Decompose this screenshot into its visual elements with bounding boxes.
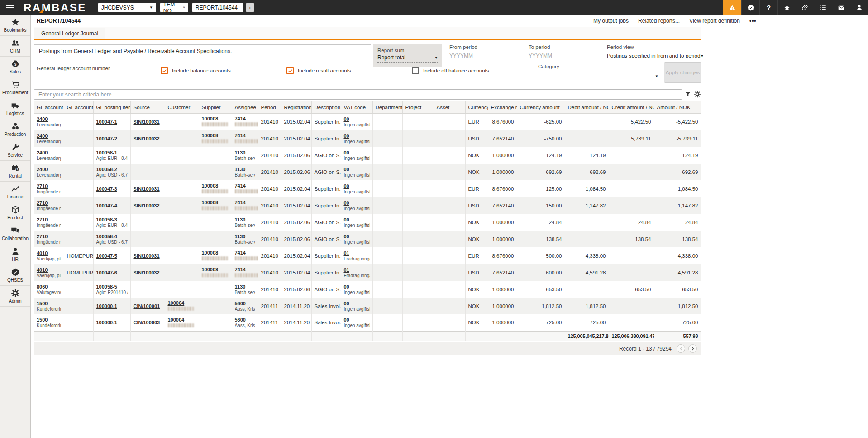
report-description-box[interactable]: Postings from General Ledger and Payable…: [34, 44, 371, 67]
column-header[interactable]: GL account d...: [64, 101, 93, 113]
table-row[interactable]: 2400Leverandørgjeld100047-1SIN/100031100…: [34, 113, 701, 130]
source-link[interactable]: CIN/100001: [134, 303, 160, 309]
gl-account-link[interactable]: 1500: [37, 301, 48, 306]
assignee-link[interactable]: 1130: [235, 150, 246, 155]
prev-page-button[interactable]: [677, 344, 685, 353]
header-link-view-report-definition[interactable]: View report definition: [689, 18, 740, 24]
gl-account-link[interactable]: 2400: [37, 133, 48, 139]
from-period-input[interactable]: YYYYMM: [449, 53, 520, 61]
locale-select[interactable]: TEM-NO˅: [160, 3, 188, 12]
gl-account-link[interactable]: 2400: [37, 167, 48, 172]
gl-posting-item-link[interactable]: 100058-3: [96, 217, 118, 222]
sidebar-item-product[interactable]: Product: [0, 202, 30, 223]
rambase-logo[interactable]: RAMBASE: [24, 1, 86, 14]
vat-code-link[interactable]: 00: [344, 167, 349, 172]
next-page-button[interactable]: [688, 344, 697, 353]
table-row[interactable]: 2400Leverandørgjeld100058-2Agio: USD - 6…: [34, 164, 701, 180]
gl-posting-item-link[interactable]: 100000-1: [96, 303, 118, 309]
apply-changes-button[interactable]: Apply changes: [664, 62, 701, 83]
gl-account-link[interactable]: 2710: [37, 234, 48, 239]
customer-link[interactable]: 100004: [168, 300, 185, 306]
sidebar-item-logistics[interactable]: Logistics: [0, 98, 30, 119]
supplier-link[interactable]: 100008: [202, 267, 219, 272]
gl-posting-item-link[interactable]: 100047-5: [96, 253, 118, 259]
task-list-icon[interactable]: [814, 0, 832, 15]
sidebar-item-service[interactable]: Service: [0, 140, 30, 161]
assignee-link[interactable]: 7414: [235, 250, 246, 255]
column-header[interactable]: Exchange ra...: [488, 101, 517, 113]
checkbox-include-balance-accounts[interactable]: Include balance accounts: [161, 67, 231, 74]
gl-account-number-input[interactable]: [37, 76, 153, 82]
table-row[interactable]: 2400Leverandørgjeld100047-2SIN/100032100…: [34, 130, 701, 147]
assignee-link[interactable]: 1130: [235, 234, 246, 239]
gl-account-link[interactable]: 2710: [37, 217, 48, 222]
vat-code-link[interactable]: 00: [344, 217, 349, 222]
gl-posting-item-link[interactable]: 100047-1: [96, 119, 118, 125]
assignee-link[interactable]: 1130: [235, 284, 246, 289]
sidebar-item-collaboration[interactable]: Collaboration: [0, 223, 30, 244]
assignee-link[interactable]: 7414: [235, 133, 246, 138]
supplier-link[interactable]: 100008: [202, 200, 219, 205]
table-row[interactable]: 2710Inngående merv100047-3SIN/1000311000…: [34, 180, 701, 197]
period-view-select[interactable]: Postings specified in from and to period…: [607, 53, 701, 61]
column-header[interactable]: Supplier: [199, 101, 232, 113]
table-row[interactable]: 4010Vaerkjøp, pliktigHOMEPUR...100047-5S…: [34, 247, 701, 264]
table-row[interactable]: 4010Vaerkjøp, pliktigHOMEPUR...100047-6S…: [34, 264, 701, 281]
gl-posting-item-link[interactable]: 100000-1: [96, 320, 118, 325]
column-header[interactable]: GL account: [34, 101, 64, 113]
source-link[interactable]: SIN/100032: [134, 203, 160, 208]
checkbox-include-result-accounts[interactable]: Include result accounts: [286, 67, 351, 74]
report-sum-select[interactable]: Report sum Report total▼: [373, 44, 442, 67]
customer-link[interactable]: 100004: [168, 317, 185, 322]
gl-posting-item-link[interactable]: 100058-1: [96, 150, 118, 155]
attachments-icon[interactable]: [796, 0, 814, 15]
assignee-link[interactable]: 7414: [235, 183, 246, 188]
filter-icon[interactable]: [684, 91, 692, 98]
vat-code-link[interactable]: 00: [344, 301, 349, 306]
supplier-link[interactable]: 100008: [202, 250, 219, 255]
gl-account-link[interactable]: 2400: [37, 116, 48, 122]
column-header[interactable]: Debit amount / NOK: [565, 101, 609, 113]
vat-code-link[interactable]: 00: [344, 200, 349, 206]
source-link[interactable]: SIN/100031: [134, 253, 160, 259]
column-header[interactable]: GL posting item: [93, 101, 130, 113]
table-row[interactable]: 1500Kundefordringer100000-1CIN/100001100…: [34, 298, 701, 314]
checkbox-include-off-balance-accounts[interactable]: Include off balance accounts: [412, 67, 489, 74]
column-header[interactable]: Period: [258, 101, 281, 113]
gl-posting-item-link[interactable]: 100047-2: [96, 136, 118, 141]
column-header[interactable]: Registration...: [281, 101, 311, 113]
gl-posting-item-link[interactable]: 100047-4: [96, 203, 118, 208]
vat-code-link[interactable]: 00: [344, 150, 349, 155]
sidebar-item-production[interactable]: Production: [0, 119, 30, 140]
system-select[interactable]: JHCDEVSYS▼: [98, 3, 156, 12]
sidebar-item-crm[interactable]: CRM: [0, 36, 30, 57]
gl-posting-item-link[interactable]: 100058-4: [96, 234, 118, 239]
column-header[interactable]: Currency: [465, 101, 488, 113]
supplier-link[interactable]: 100008: [202, 183, 219, 188]
assignee-link[interactable]: 5600: [235, 317, 246, 322]
vat-code-link[interactable]: 00: [344, 116, 349, 122]
search-input[interactable]: [34, 89, 682, 100]
gl-account-link[interactable]: 1500: [37, 317, 48, 322]
sidebar-item-procurement[interactable]: Procurement: [0, 77, 30, 98]
assignee-link[interactable]: 1130: [235, 167, 246, 172]
more-options-icon[interactable]: •••: [749, 18, 757, 24]
hamburger-menu-icon[interactable]: [0, 0, 20, 15]
gl-posting-item-link[interactable]: 100047-6: [96, 270, 118, 275]
vat-code-link[interactable]: 00: [344, 234, 349, 239]
help-icon[interactable]: ?: [759, 0, 777, 15]
user-profile-icon[interactable]: [850, 0, 868, 15]
gl-account-link[interactable]: 4010: [37, 267, 48, 273]
vat-code-link[interactable]: 00: [344, 183, 349, 189]
gear-icon[interactable]: [694, 91, 701, 98]
column-header[interactable]: Assignee: [232, 101, 258, 113]
table-row[interactable]: 2710Inngående merv100058-4Agio: USD - 6.…: [34, 231, 701, 247]
table-row[interactable]: 2710Inngående merv100058-3Agio: EUR - 8.…: [34, 214, 701, 231]
sidebar-item-admin[interactable]: Admin: [0, 286, 30, 307]
column-header[interactable]: Project: [402, 101, 434, 113]
source-link[interactable]: SIN/100032: [134, 270, 160, 275]
assignee-link[interactable]: 7414: [235, 200, 246, 205]
column-header[interactable]: VAT code: [341, 101, 372, 113]
table-row[interactable]: 8060Valutagevinst (a100058-5Agio: P20141…: [34, 281, 701, 298]
gl-account-link[interactable]: 2400: [37, 150, 48, 155]
